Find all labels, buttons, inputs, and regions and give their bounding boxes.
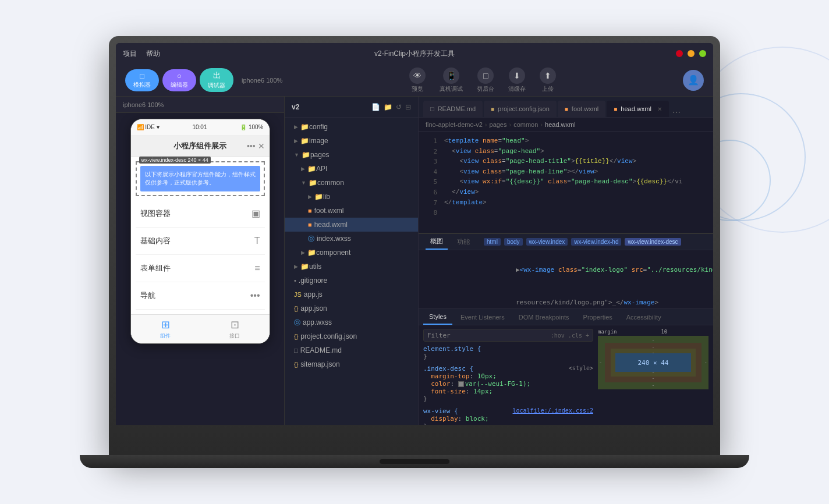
debugger-btn[interactable]: 出 调试器 [200,68,233,92]
tree-item-utils[interactable]: ▶ 📁 utils [285,260,418,274]
tab-close-icon[interactable]: ✕ [657,106,662,112]
filetree-new-file-icon[interactable]: 📄 [371,103,380,111]
breadcrumb-pages: pages [490,121,507,128]
preview-action[interactable]: 👁 预览 [409,68,426,93]
editor-btn[interactable]: ○ 编辑器 [162,69,196,91]
toolbar-actions: 👁 预览 📱 真机调试 □ 切后台 ⬇ 清缓存 [289,68,676,93]
filetree-new-folder-icon[interactable]: 📁 [384,103,392,111]
upload-label: 上传 [542,85,554,93]
user-avatar[interactable]: 👤 [683,70,704,91]
upload-action[interactable]: ⬆ 上传 [540,68,556,93]
tab-readme[interactable]: □ README.md [423,101,483,117]
devtools-tab-sources[interactable]: 功能 [452,234,474,250]
tree-item-sitemap[interactable]: {} sitemap.json [285,357,418,371]
tree-item-appwxss[interactable]: ⓪ app.wxss [285,315,418,329]
file-icon-gitignore: • [294,277,296,284]
menu-item-2[interactable]: 表单组件 ≡ [136,255,265,282]
element-tag-wx-view-desc[interactable]: wx-view.index-desc [625,238,681,246]
clear-cache-action[interactable]: ⬇ 清缓存 [508,68,526,93]
code-line-7: </template> [444,198,708,208]
tab-styles[interactable]: Styles [423,309,452,325]
styles-filter-bar: Filter :hov .cls + [423,329,593,342]
titlebar-left: 项目 帮助 [123,49,160,59]
tree-item-appjs[interactable]: JS app.js [285,288,418,301]
win-min-btn[interactable] [688,50,695,57]
tree-item-lib[interactable]: ▶ 📁 lib [285,190,418,204]
tree-label-appwxss: app.wxss [303,318,332,326]
menu-item-icon-3: ••• [250,290,260,301]
tree-label-image: image [309,137,328,145]
filetree-refresh-icon[interactable]: ↺ [396,103,402,111]
tree-item-readme[interactable]: □ README.md [285,343,418,357]
bottom-nav-components[interactable]: ⊞ 组件 [160,318,171,340]
background-action[interactable]: □ 切后台 [477,68,494,93]
tab-event-listeners[interactable]: Event Listeners [455,309,511,325]
tree-item-config[interactable]: ▶ 📁 config [285,120,418,134]
tree-item-component[interactable]: ▶ 📁 component [285,246,418,260]
folder-icon-common: 📁 [309,179,317,187]
element-tag-wx-view-index[interactable]: wx-view.index [526,238,568,246]
tree-item-gitignore[interactable]: • .gitignore [285,274,418,288]
filetree-root-label: v2 [292,103,299,111]
menu-item-3[interactable]: 导航 ••• [136,282,265,310]
tab-icon-projectconfig: ■ [491,106,494,112]
file-icon-appjson: {} [294,305,298,312]
breadcrumb-root: fino-applet-demo-v2 [426,121,483,128]
filetree-collapse-icon[interactable]: ⊟ [405,103,411,111]
simulator-btn[interactable]: □ 模拟器 [125,69,159,91]
clear-cache-label: 清缓存 [508,85,526,93]
tab-dom-breakpoints[interactable]: DOM Breakpoints [513,309,575,325]
line-num-1: 1 [421,136,437,147]
element-tag-body[interactable]: body [504,238,523,246]
devtools-tab-elements[interactable]: 概图 [426,234,448,250]
debugger-label: 调试器 [208,81,225,90]
device-debug-action[interactable]: 📱 真机调试 [440,68,463,93]
bm-margin-bottom: - [651,382,654,388]
win-close-btn[interactable] [676,50,683,57]
tab-icon-head: ■ [614,106,617,112]
tab-head-wxml[interactable]: ■ head.wxml ✕ [607,101,669,117]
code-line-4: <view class="page-head-line"></view> [444,167,708,178]
menu-item-1[interactable]: 基础内容 T [136,228,265,255]
tree-item-common[interactable]: ▼ 📁 common [285,176,418,190]
code-content[interactable]: <template name="head"> <view class="page… [440,132,713,233]
tree-item-appjson[interactable]: {} app.json [285,301,418,315]
menu-item-0[interactable]: 视图容器 ▣ [136,200,265,228]
code-line-8 [444,208,708,218]
editor-label: 编辑器 [171,81,188,89]
tree-item-image[interactable]: ▶ 📁 image [285,134,418,148]
tree-arrow-image: ▶ [294,138,298,144]
element-tag-wx-view-hd[interactable]: wx-view.index-hd [571,238,621,246]
phone-frame: 📶 IDE ▾ 10:01 🔋 100% 小程序组件展示 ••• ✕ wx- [116,113,284,425]
tab-accessibility[interactable]: Accessibility [621,309,667,325]
tab-foot-wxml[interactable]: ■ foot.wxml [558,101,606,117]
breadcrumb-common: common [513,121,538,128]
bottom-nav-api[interactable]: ⊡ 接口 [229,318,240,340]
tree-item-pages[interactable]: ▼ 📁 pages [285,148,418,162]
element-tag-html[interactable]: html [484,238,501,246]
tab-more-icon[interactable]: ⋯ [672,108,681,117]
bm-padding-top: - [651,350,654,356]
win-max-btn[interactable] [699,50,706,57]
tree-label-appjson: app.json [300,304,327,313]
tree-item-index-wxss[interactable]: ⓪ index.wxss [285,232,418,246]
tree-item-projectconfig[interactable]: {} project.config.json [285,329,418,343]
tree-item-foot-wxml[interactable]: ■ foot.wxml [285,204,418,218]
bm-content-size: 240 × 44 [638,359,669,367]
menu-item-icon-0: ▣ [251,208,260,219]
file-icon-readme: □ [294,347,298,354]
simulator-icon: □ [140,72,144,80]
devtools-panels: Styles Event Listeners DOM Breakpoints P… [419,308,713,425]
bm-margin-top: - [651,337,654,343]
preview-label: 预览 [412,85,423,93]
tree-item-head-wxml[interactable]: ■ head.wxml [285,218,418,232]
device-debug-icon: 📱 [443,68,459,84]
menu-help[interactable]: 帮助 [146,49,160,59]
html-view[interactable]: ▶<wx-image class="index-logo" src="../re… [419,250,713,308]
menu-project[interactable]: 项目 [123,49,137,59]
tree-item-api[interactable]: ▶ 📁 API [285,162,418,176]
tree-label-pages: pages [310,151,330,159]
background-label: 切后台 [477,85,494,93]
tab-projectconfig[interactable]: ■ project.config.json [484,101,557,117]
tab-properties[interactable]: Properties [578,309,618,325]
